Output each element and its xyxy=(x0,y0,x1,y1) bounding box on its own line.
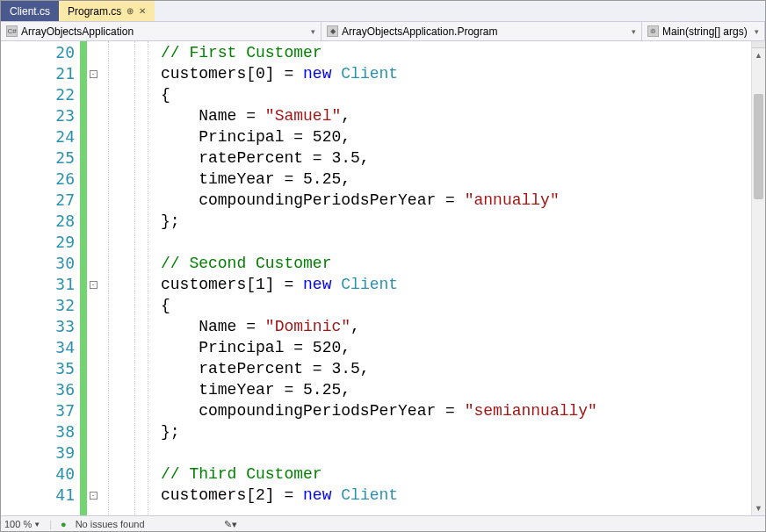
fold-cell xyxy=(87,169,99,190)
line-number: 34 xyxy=(1,337,75,358)
separator: | xyxy=(49,519,52,529)
navigation-bar: C# ArrayObjectsApplication ▾ ◆ ArrayObje… xyxy=(1,22,765,41)
line-number: 33 xyxy=(1,316,75,337)
code-line[interactable]: }; xyxy=(161,211,765,232)
csharp-icon: C# xyxy=(6,25,18,37)
fold-cell xyxy=(87,105,99,126)
code-line[interactable]: customers[0] = new Client xyxy=(161,63,765,84)
fold-cell xyxy=(87,442,99,464)
fold-cell xyxy=(87,211,99,232)
code-line[interactable] xyxy=(161,442,765,464)
line-number: 30 xyxy=(1,253,75,274)
code-line[interactable]: compoundingPeriodsPerYear = "semiannuall… xyxy=(161,400,765,421)
code-line[interactable]: { xyxy=(161,84,765,105)
scroll-thumb[interactable] xyxy=(754,94,763,199)
line-number-gutter: 2021222324252627282930313233343536373839… xyxy=(1,41,80,515)
scroll-down-icon[interactable]: ▼ xyxy=(752,501,765,515)
fold-cell xyxy=(87,464,99,485)
fold-cell xyxy=(87,84,99,105)
class-selector[interactable]: ◆ ArrayObjectsApplication.Program ▾ xyxy=(322,22,642,40)
status-bar: 100 % ▼ | ● No issues found ✎▾ xyxy=(1,515,765,532)
fold-cell xyxy=(87,232,99,253)
code-editor[interactable]: 2021222324252627282930313233343536373839… xyxy=(1,41,765,515)
line-number: 20 xyxy=(1,42,75,63)
fold-cell xyxy=(87,147,99,169)
code-line[interactable]: Principal = 520, xyxy=(161,126,765,147)
vertical-scrollbar[interactable]: ▲ ▼ xyxy=(751,41,765,515)
code-line[interactable]: Principal = 520, xyxy=(161,337,765,358)
fold-cell xyxy=(87,400,99,421)
issues-label: No issues found xyxy=(76,519,145,529)
fold-cell xyxy=(87,42,99,63)
method-selector[interactable]: ⊚ Main(string[] args) ▾ xyxy=(642,22,765,40)
code-line[interactable]: timeYear = 5.25, xyxy=(161,169,765,190)
code-line[interactable]: { xyxy=(161,295,765,316)
class-icon: ◆ xyxy=(327,25,338,37)
line-number: 39 xyxy=(1,442,75,464)
line-number: 31 xyxy=(1,274,75,295)
code-line[interactable]: customers[1] = new Client xyxy=(161,274,765,295)
method-icon: ⊚ xyxy=(647,25,659,37)
fold-cell xyxy=(87,358,99,379)
code-line[interactable]: Name = "Dominic", xyxy=(161,316,765,337)
fold-margin: --- xyxy=(87,41,99,515)
line-number: 36 xyxy=(1,379,75,400)
code-line[interactable]: customers[2] = new Client xyxy=(161,485,765,506)
line-number: 22 xyxy=(1,84,75,105)
fold-cell xyxy=(87,253,99,274)
code-line[interactable]: // Third Customer xyxy=(161,464,765,485)
code-line[interactable]: ratePercent = 3.5, xyxy=(161,147,765,169)
fold-cell xyxy=(87,379,99,400)
tab-client[interactable]: Client.cs xyxy=(1,1,59,21)
fold-cell xyxy=(87,421,99,442)
chevron-down-icon: ▾ xyxy=(311,27,315,36)
code-line[interactable]: }; xyxy=(161,421,765,442)
fold-toggle-icon[interactable]: - xyxy=(90,70,98,78)
line-number: 41 xyxy=(1,485,75,506)
line-number: 40 xyxy=(1,464,75,485)
line-number: 35 xyxy=(1,358,75,379)
line-number: 32 xyxy=(1,295,75,316)
fold-toggle-icon[interactable]: - xyxy=(90,281,98,289)
fold-cell: - xyxy=(87,63,99,84)
code-area[interactable]: // First Customercustomers[0] = new Clie… xyxy=(161,41,765,515)
code-line[interactable]: // First Customer xyxy=(161,42,765,63)
chevron-down-icon: ▼ xyxy=(33,521,40,528)
code-line[interactable]: ratePercent = 3.5, xyxy=(161,358,765,379)
scroll-up-icon[interactable]: ▲ xyxy=(752,48,765,62)
chevron-down-icon: ▾ xyxy=(632,27,636,36)
close-icon[interactable]: ✕ xyxy=(139,6,146,16)
chevron-down-icon: ▾ xyxy=(755,27,759,36)
fold-cell xyxy=(87,337,99,358)
code-line[interactable]: timeYear = 5.25, xyxy=(161,379,765,400)
line-number: 26 xyxy=(1,169,75,190)
fold-cell: - xyxy=(87,274,99,295)
code-line[interactable]: compoundingPeriodsPerYear = "annually" xyxy=(161,190,765,211)
brush-icon[interactable]: ✎▾ xyxy=(224,519,237,530)
fold-toggle-icon[interactable]: - xyxy=(90,492,98,500)
fold-cell xyxy=(87,295,99,316)
line-number: 28 xyxy=(1,211,75,232)
namespace-label: ArrayObjectsApplication xyxy=(21,25,134,38)
tab-label: Program.cs xyxy=(68,5,121,18)
code-line[interactable] xyxy=(161,232,765,253)
code-line[interactable]: // Second Customer xyxy=(161,253,765,274)
line-number: 21 xyxy=(1,63,75,84)
fold-cell: - xyxy=(87,485,99,506)
pin-icon[interactable]: ⊕ xyxy=(126,6,134,16)
fold-cell xyxy=(87,316,99,337)
tab-label: Client.cs xyxy=(10,5,50,18)
namespace-selector[interactable]: C# ArrayObjectsApplication ▾ xyxy=(1,22,322,40)
split-handle[interactable] xyxy=(752,41,765,48)
indent-guides xyxy=(99,41,161,515)
ok-icon: ● xyxy=(61,519,67,529)
line-number: 37 xyxy=(1,400,75,421)
code-line[interactable]: Name = "Samuel", xyxy=(161,105,765,126)
method-label: Main(string[] args) xyxy=(662,25,748,38)
line-number: 38 xyxy=(1,421,75,442)
zoom-selector[interactable]: 100 % ▼ xyxy=(4,519,40,529)
line-number: 29 xyxy=(1,232,75,253)
fold-cell xyxy=(87,126,99,147)
tab-program[interactable]: Program.cs ⊕ ✕ xyxy=(59,1,155,21)
line-number: 25 xyxy=(1,147,75,169)
